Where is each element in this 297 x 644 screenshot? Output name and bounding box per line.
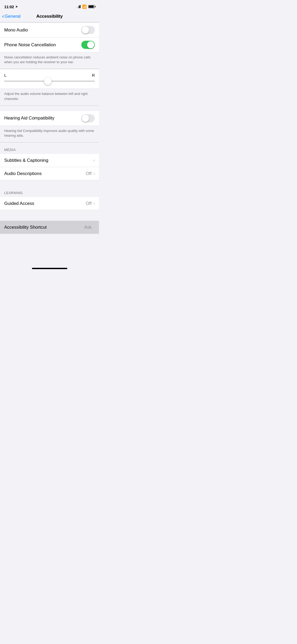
phone-noise-cancellation-row[interactable]: Phone Noise Cancellation [0, 38, 99, 52]
home-bar [32, 268, 67, 269]
audio-balance-description: Adjust the audio volume balance between … [0, 89, 99, 105]
guided-access-row[interactable]: Guided Access Off › [0, 197, 99, 210]
spacer-6 [0, 239, 99, 245]
signal-bar-1 [76, 7, 77, 8]
hearing-aid-toggle[interactable] [81, 114, 95, 122]
mono-audio-toggle[interactable] [81, 26, 95, 34]
back-chevron-icon: ‹ [2, 13, 4, 19]
phone-noise-cancellation-toggle[interactable] [81, 41, 95, 49]
accessibility-shortcut-value: Ask [84, 225, 92, 230]
audio-descriptions-label: Audio Descriptions [4, 171, 86, 176]
guided-access-chevron-icon: › [93, 201, 95, 206]
guided-access-label: Guided Access [4, 201, 86, 206]
guided-access-value: Off [86, 201, 92, 206]
subtitles-captioning-row[interactable]: Subtitles & Captioning › [0, 154, 99, 167]
page-title: Accessibility [36, 14, 63, 19]
phone-noise-description: Noise cancellation reduces ambient noise… [0, 52, 99, 69]
media-section-header: MEDIA [0, 142, 99, 154]
mono-audio-toggle-knob [82, 26, 89, 34]
back-button[interactable]: ‹ General [2, 14, 21, 19]
wifi-icon: 📶 [82, 4, 87, 9]
spacer-5 [0, 234, 99, 239]
status-bar: 11:02 ➤ 📶 [0, 0, 99, 12]
subtitles-captioning-label: Subtitles & Captioning [4, 158, 93, 163]
hearing-aid-toggle-knob [82, 115, 89, 122]
slider-thumb [44, 77, 51, 85]
status-icons: 📶 [76, 4, 95, 9]
nav-header: ‹ General Accessibility [0, 12, 99, 22]
audio-balance-slider[interactable] [4, 81, 95, 82]
slider-left-label: L [4, 73, 6, 77]
hearing-aid-row[interactable]: Hearing Aid Compatibility [0, 111, 99, 126]
spacer-7 [0, 245, 99, 250]
slider-fill-left [4, 81, 48, 82]
spacer-4 [0, 215, 99, 221]
phone-noise-cancellation-toggle-knob [87, 41, 94, 48]
signal-bars [76, 5, 81, 8]
audio-descriptions-value: Off [86, 171, 92, 176]
back-label: General [4, 14, 20, 19]
hearing-aid-label: Hearing Aid Compatibility [4, 116, 81, 121]
subtitles-chevron-icon: › [93, 158, 95, 163]
home-indicator [0, 266, 99, 271]
spacer-3 [0, 210, 99, 215]
accessibility-shortcut-chevron-icon: › [93, 224, 95, 230]
accessibility-shortcut-row[interactable]: Accessibility Shortcut Ask › [0, 221, 99, 234]
audio-descriptions-chevron-icon: › [93, 171, 95, 176]
audio-balance-section: L R [0, 69, 99, 89]
phone-noise-cancellation-label: Phone Noise Cancellation [4, 42, 81, 48]
signal-bar-3 [79, 6, 79, 8]
spacer-2 [0, 180, 99, 186]
audio-descriptions-row[interactable]: Audio Descriptions Off › [0, 167, 99, 180]
slider-fill-right [48, 81, 95, 82]
battery-fill [89, 6, 94, 8]
content: Mono Audio Phone Noise Cancellation Nois… [0, 22, 99, 260]
learning-section-header: LEARNING [0, 186, 99, 197]
status-time: 11:02 [4, 4, 14, 9]
slider-labels: L R [4, 73, 95, 77]
signal-bar-2 [77, 6, 78, 8]
accessibility-shortcut-label: Accessibility Shortcut [4, 225, 84, 230]
slider-right-label: R [92, 73, 95, 77]
mono-audio-row[interactable]: Mono Audio [0, 22, 99, 38]
hearing-aid-description: Hearing Aid Compatibility improves audio… [0, 126, 99, 142]
signal-bar-4 [80, 5, 81, 8]
mono-audio-label: Mono Audio [4, 27, 81, 33]
spacer-1 [0, 106, 99, 111]
battery-icon [88, 5, 95, 8]
location-icon: ➤ [15, 5, 18, 8]
